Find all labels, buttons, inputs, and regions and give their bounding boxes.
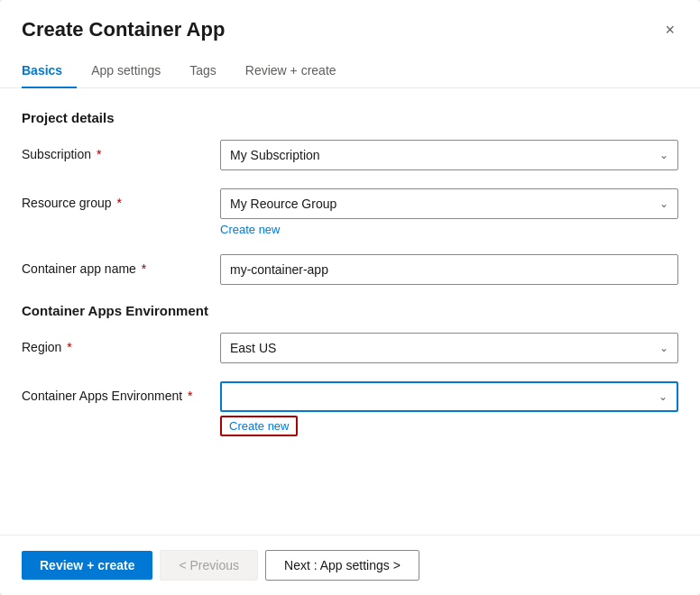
container-app-name-required: * <box>138 261 146 276</box>
region-row: Region * East US ⌄ <box>22 333 678 363</box>
resource-group-control: My Reource Group ⌄ Create new <box>220 188 678 236</box>
environment-dropdown-arrow: ⌄ <box>659 390 668 403</box>
resource-group-label: Resource group * <box>22 188 220 210</box>
dialog-title: Create Container App <box>22 18 225 41</box>
region-dropdown[interactable]: East US ⌄ <box>220 333 678 363</box>
region-label: Region * <box>22 333 220 354</box>
tab-review-create[interactable]: Review + create <box>231 56 351 88</box>
tab-app-settings[interactable]: App settings <box>77 56 175 88</box>
dialog-header: Create Container App × <box>0 0 700 41</box>
form-content: Project details Subscription * My Subscr… <box>0 88 700 535</box>
environment-row: Container Apps Environment * ⌄ Create ne… <box>22 381 678 436</box>
review-create-button[interactable]: Review + create <box>22 551 152 580</box>
container-app-name-input[interactable] <box>220 254 678 285</box>
region-control: East US ⌄ <box>220 333 678 363</box>
previous-button[interactable]: < Previous <box>160 550 258 581</box>
subscription-required: * <box>93 147 101 161</box>
container-app-name-control <box>220 254 678 285</box>
container-app-name-row: Container app name * <box>22 254 678 285</box>
environment-create-new-link[interactable]: Create new <box>220 416 298 436</box>
environment-label: Container Apps Environment * <box>22 381 220 403</box>
environment-required: * <box>184 389 192 403</box>
subscription-control: My Subscription ⌄ <box>220 140 678 170</box>
create-container-app-dialog: Create Container App × Basics App settin… <box>0 0 700 595</box>
next-button[interactable]: Next : App settings > <box>265 550 419 581</box>
subscription-row: Subscription * My Subscription ⌄ <box>22 140 678 170</box>
resource-group-dropdown-arrow: ⌄ <box>659 197 668 210</box>
environment-dropdown[interactable]: ⌄ <box>220 381 678 412</box>
tab-basics[interactable]: Basics <box>22 56 77 88</box>
resource-group-create-new-link[interactable]: Create new <box>220 223 280 236</box>
project-details-title: Project details <box>22 110 678 125</box>
close-button[interactable]: × <box>661 18 678 41</box>
region-dropdown-arrow: ⌄ <box>659 342 668 354</box>
subscription-label: Subscription * <box>22 140 220 161</box>
resource-group-row: Resource group * My Reource Group ⌄ Crea… <box>22 188 678 236</box>
tab-bar: Basics App settings Tags Review + create <box>0 41 700 88</box>
dialog-footer: Review + create < Previous Next : App se… <box>0 535 700 595</box>
container-apps-env-section: Container Apps Environment <box>22 303 678 318</box>
container-apps-env-title: Container Apps Environment <box>22 303 678 318</box>
tab-tags[interactable]: Tags <box>175 56 231 88</box>
environment-control: ⌄ Create new <box>220 381 678 436</box>
subscription-dropdown-arrow: ⌄ <box>659 149 668 161</box>
container-app-name-label: Container app name * <box>22 254 220 276</box>
resource-group-dropdown[interactable]: My Reource Group ⌄ <box>220 188 678 219</box>
resource-group-required: * <box>114 196 122 210</box>
region-required: * <box>63 340 71 354</box>
subscription-dropdown[interactable]: My Subscription ⌄ <box>220 140 678 170</box>
